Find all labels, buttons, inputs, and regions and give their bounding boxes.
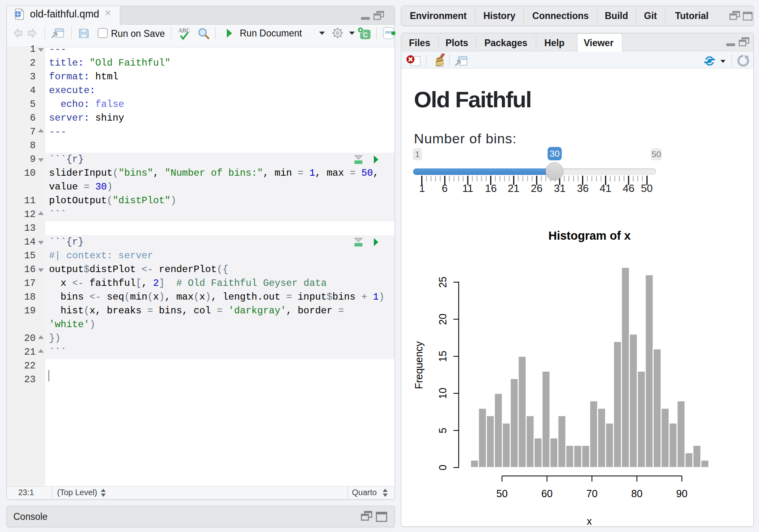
svg-text:Histogram of x: Histogram of x [548,229,631,242]
svg-text:5: 5 [437,428,448,433]
svg-text:80: 80 [631,488,643,499]
svg-text:C: C [363,31,368,39]
svg-text:60: 60 [542,488,553,499]
svg-text:0: 0 [437,465,448,470]
svg-text:x: x [587,515,592,526]
svg-text:ABC: ABC [178,28,190,34]
svg-text:90: 90 [676,488,688,499]
svg-text:10: 10 [437,388,448,399]
svg-text:15: 15 [437,351,448,362]
svg-text:70: 70 [586,488,598,499]
svg-text:Frequency: Frequency [413,341,424,389]
svg-text:25: 25 [437,277,448,288]
svg-text:20: 20 [437,314,448,325]
svg-text:50: 50 [497,488,508,499]
